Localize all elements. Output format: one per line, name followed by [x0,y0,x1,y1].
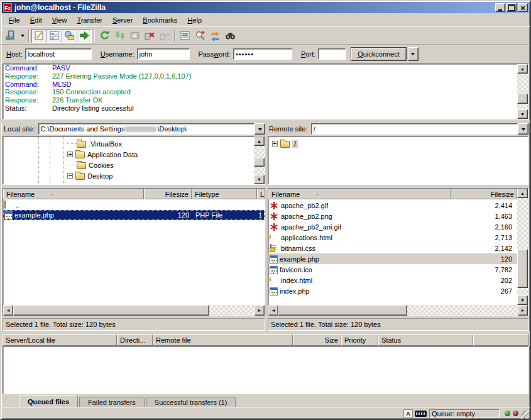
file-row[interactable]: apache_pb2_ani.gif2,160 [268,221,517,232]
file-row[interactable]: apache_pb2.gif2,414 [268,200,517,211]
toggle-local-tree-icon[interactable] [47,29,62,43]
scroll-up-icon[interactable]: ▲ [254,136,265,146]
collapse-icon[interactable] [67,173,73,179]
menu-edit[interactable]: Edit [25,15,47,25]
resize-grip[interactable] [521,411,529,419]
toolbar [1,26,530,44]
tree-item[interactable]: / [268,138,528,149]
column-server-local-file[interactable]: Server/Local file [3,334,117,346]
scrollbar-thumb[interactable] [13,305,209,316]
remote-vscrollbar[interactable]: ▲ ▼ [517,189,528,305]
tab-failed-transfers[interactable]: Failed transfers [79,397,145,407]
menu-transfer[interactable]: Transfer [72,15,107,25]
synchronized-browsing-icon[interactable] [207,29,222,43]
local-path-suffix: \Desktop\ [157,125,186,133]
column-filesize[interactable]: Filesize [144,189,192,199]
reconnect-icon[interactable] [157,29,172,43]
file-row-selected[interactable]: example.php 120 PHP File 1 [3,210,265,220]
file-row[interactable]: index.html202 [268,275,517,285]
folder-icon [75,152,85,158]
tree-item[interactable]: Application Data [3,149,265,160]
file-row[interactable]: favicon.ico7,782 [268,264,517,275]
toggle-transfer-queue-icon[interactable] [77,29,92,43]
file-row[interactable]: apache_pb2.png1,463 [268,211,517,221]
process-queue-icon[interactable] [112,29,127,43]
expand-icon[interactable] [67,152,73,157]
scrollbar-thumb[interactable] [254,158,265,167]
find-files-icon[interactable] [222,29,238,43]
column-status[interactable]: Status [378,334,473,346]
toggle-message-log-icon[interactable] [31,29,47,43]
menu-bookmarks[interactable]: Bookmarks [138,15,182,25]
queue-list-empty[interactable] [3,346,528,394]
local-path-dropdown-icon[interactable] [255,123,265,135]
scroll-right-icon[interactable]: ► [255,305,265,316]
site-manager-icon[interactable] [3,29,18,43]
expand-icon[interactable] [272,141,278,146]
directory-comparison-icon[interactable] [192,29,207,43]
column-filename[interactable]: Filename▲ [268,189,451,199]
tab-queued-files[interactable]: Queued files [19,395,78,407]
log-line: Command:PASV [3,64,528,72]
menu-help[interactable]: Help [182,15,207,25]
scrollbar-thumb[interactable] [278,305,407,316]
scrollbar-thumb[interactable] [517,249,528,288]
menu-file[interactable]: File [4,15,25,25]
scrollbar-thumb[interactable] [517,94,528,104]
toggle-remote-tree-icon[interactable] [62,29,77,43]
column-direction[interactable]: Directi... [117,334,153,346]
password-input[interactable] [233,48,292,60]
menu-view[interactable]: View [47,15,72,25]
scroll-right-icon[interactable]: ► [518,305,528,316]
quickconnect-dropdown-icon[interactable] [408,47,419,61]
log-scrollbar[interactable]: ▲ ▼ [517,64,528,119]
close-button[interactable] [518,3,528,12]
maximize-button[interactable] [506,3,517,12]
file-row[interactable]: index.php267 [268,285,517,296]
remote-path-combo[interactable]: / [311,123,518,135]
title-bar[interactable]: Fz john@localhost - FileZilla [2,2,529,13]
column-priority[interactable]: Priority [341,334,378,346]
scroll-left-icon[interactable]: ◄ [3,305,13,316]
tree-item[interactable]: Desktop [3,170,265,181]
scroll-down-icon[interactable]: ▼ [517,109,528,119]
scroll-down-icon[interactable]: ▼ [517,296,528,305]
column-size[interactable]: Size [293,334,341,346]
disconnect-icon[interactable] [142,29,157,43]
connection-status-icon[interactable] [415,411,427,417]
file-row[interactable]: applications.html2,713 [268,232,517,243]
minimize-button[interactable] [495,3,505,12]
file-row-selected[interactable]: example.php120 [268,253,517,264]
scroll-down-icon[interactable]: ▼ [254,175,265,184]
username-input[interactable] [137,48,190,60]
local-hscrollbar[interactable]: ◄ ► [3,305,265,316]
ico-file-icon [270,266,278,274]
file-row[interactable]: bitnami.css2,142 [268,243,517,253]
local-tree-scrollbar[interactable]: ▲ ▼ [254,136,265,184]
port-input[interactable] [318,48,346,60]
transfer-type-ascii-icon[interactable]: A [403,409,413,418]
remote-hscrollbar[interactable]: ◄ ► [268,305,528,316]
tree-item[interactable]: Cookies [3,160,265,170]
directory-listing-filters-icon[interactable] [177,29,192,43]
host-input[interactable] [25,48,92,60]
remote-path-dropdown-icon[interactable] [518,123,528,135]
column-last-modified-clipped[interactable]: L [257,189,265,199]
tree-item[interactable]: .VirtualBox [3,138,265,149]
local-path-combo[interactable]: C:\Documents and Settings\Desktop\ [38,123,255,135]
column-filetype[interactable]: Filetype [192,189,257,199]
quickconnect-button[interactable]: Quickconnect [351,47,407,61]
file-row-parent-dir[interactable]: .. [3,200,265,210]
column-filesize[interactable]: Filesize [451,189,517,199]
scroll-up-icon[interactable]: ▲ [517,189,528,198]
local-status-text: Selected 1 file. Total size: 120 bytes [3,318,265,331]
cancel-icon[interactable] [127,29,142,43]
menu-server[interactable]: Server [107,15,138,25]
site-manager-dropdown-icon[interactable] [18,29,26,43]
column-remote-file[interactable]: Remote file [153,334,293,346]
tab-successful-transfers[interactable]: Successful transfers (1) [146,397,236,407]
scroll-left-icon[interactable]: ◄ [268,305,278,316]
refresh-icon[interactable] [97,29,112,43]
scroll-up-icon[interactable]: ▲ [517,64,528,74]
column-filename[interactable]: Filename▲ [3,189,144,199]
